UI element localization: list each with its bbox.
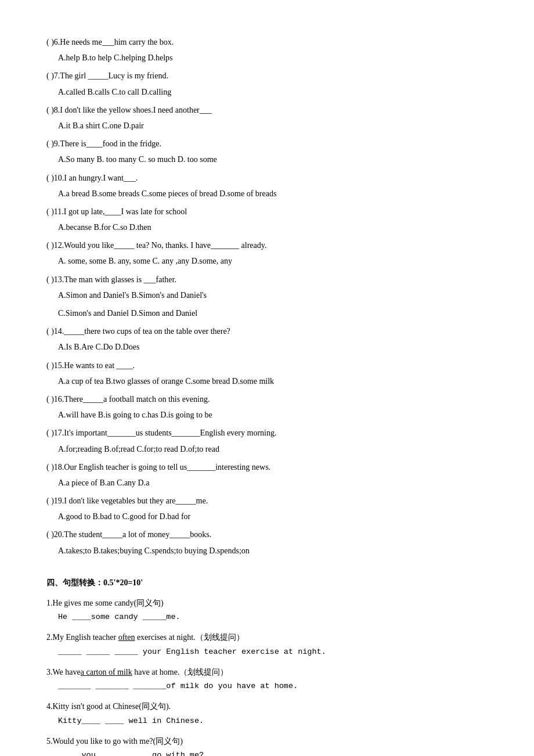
question-17: ( )17.It's important_______us students__… xyxy=(46,426,488,456)
question-15: ( )15.He wants to eat ____. A.a cup of t… xyxy=(46,358,488,388)
section4-header: 四、句型转换：0.5'*20=10' xyxy=(46,575,488,590)
q20-answers: A.takes;to B.takes;buying C.spends;to bu… xyxy=(58,543,488,558)
q8-text: ( )8.I don't like the yellow shoes.I nee… xyxy=(46,103,488,117)
transform-q2: 2.My English teacher often exercises at … xyxy=(46,630,488,658)
t3-question: 3.We havea carton of milk have at home.（… xyxy=(46,665,488,679)
q18-answers: A.a piece of B.an C.any D.a xyxy=(58,476,488,490)
t4-answer: Kitty____ ____ well in Chinese. xyxy=(58,714,488,728)
q6-answers: A.help B.to help C.helping D.helps xyxy=(58,51,488,65)
t5-question: 5.Would you like to go with me?(同义句) xyxy=(46,734,488,748)
questions-section: ( )6.He needs me___him carry the box. A.… xyxy=(46,35,488,558)
q13-answers-2: C.Simon's and Daniel D.Simon and Daniel xyxy=(58,306,488,321)
q16-answers: A.will have B.is going to c.has D.is goi… xyxy=(58,408,488,422)
question-14: ( )14._____there two cups of tea on the … xyxy=(46,324,488,354)
q13-answers-1: A.Simon and Daniel's B.Simon's and Danie… xyxy=(58,288,488,303)
t1-question: 1.He gives me some candy(同义句) xyxy=(46,596,488,610)
section4: 四、句型转换：0.5'*20=10' 1.He gives me some ca… xyxy=(46,575,488,756)
transform-q1: 1.He gives me some candy(同义句) He ____som… xyxy=(46,596,488,624)
question-11: ( )11.I got up late,____I was late for s… xyxy=(46,204,488,235)
question-8: ( )8.I don't like the yellow shoes.I nee… xyxy=(46,103,488,133)
question-7: ( )7.The girl _____Lucy is my friend. A.… xyxy=(46,69,488,99)
q10-answers: A.a bread B.some breads C.some pieces of… xyxy=(58,186,488,201)
q18-text: ( )18.Our English teacher is going to te… xyxy=(46,460,488,474)
question-6: ( )6.He needs me___him carry the box. A.… xyxy=(46,35,488,65)
transform-q4: 4.Kitty isn't good at Chinese(同义句). Kitt… xyxy=(46,699,488,728)
q11-answers: A.becanse B.for C.so D.then xyxy=(58,220,488,235)
q9-answers: A.So many B. too many C. so much D. too … xyxy=(58,152,488,167)
transform-q5: 5.Would you like to go with me?(同义句) ___… xyxy=(46,734,488,756)
q17-text: ( )17.It's important_______us students__… xyxy=(46,426,488,440)
t1-answer: He ____some candy _____me. xyxy=(58,610,488,624)
q15-answers: A.a cup of tea B.two glasses of orange C… xyxy=(58,374,488,388)
q16-text: ( )16.There_____a football match on this… xyxy=(46,392,488,406)
q7-answers: A.called B.calls C.to call D.calling xyxy=(58,85,488,99)
t4-question: 4.Kitty isn't good at Chinese(同义句). xyxy=(46,699,488,714)
q6-text: ( )6.He needs me___him carry the box. xyxy=(46,35,488,49)
q8-answers: A.it B.a shirt C.one D.pair xyxy=(58,118,488,133)
t2-underline: often xyxy=(118,633,135,642)
q13-text: ( )13.The man with glasses is ___father. xyxy=(46,272,488,287)
question-16: ( )16.There_____a football match on this… xyxy=(46,392,488,422)
q14-answers: A.Is B.Are C.Do D.Does xyxy=(58,340,488,354)
q20-text: ( )20.The student_____a lot of money____… xyxy=(46,527,488,542)
question-18: ( )18.Our English teacher is going to te… xyxy=(46,460,488,490)
t2-question: 2.My English teacher often exercises at … xyxy=(46,630,488,645)
question-9: ( )9.There is____food in the fridge. A.S… xyxy=(46,136,488,167)
q10-text: ( )10.I an hungry.I want___. xyxy=(46,171,488,185)
question-12: ( )12.Would you like_____ tea? No, thank… xyxy=(46,238,488,268)
q15-text: ( )15.He wants to eat ____. xyxy=(46,358,488,373)
t5-answer: _____you _____ _____go with me? xyxy=(58,748,488,756)
q12-text: ( )12.Would you like_____ tea? No, thank… xyxy=(46,238,488,253)
t3-answer: _______ _______ _______of milk do you ha… xyxy=(58,679,488,693)
q19-answers: A.good to B.bad to C.good for D.bad for xyxy=(58,509,488,524)
q12-answers: A. some, some B. any, some C. any ,any D… xyxy=(58,254,488,268)
q17-answers: A.for;reading B.of;read C.for;to read D.… xyxy=(58,442,488,456)
question-20: ( )20.The student_____a lot of money____… xyxy=(46,527,488,557)
t2-answer: _____ _____ _____ your English teacher e… xyxy=(58,645,488,659)
transform-q3: 3.We havea carton of milk have at home.（… xyxy=(46,665,488,693)
q7-text: ( )7.The girl _____Lucy is my friend. xyxy=(46,69,488,83)
question-13: ( )13.The man with glasses is ___father.… xyxy=(46,272,488,321)
q14-text: ( )14._____there two cups of tea on the … xyxy=(46,324,488,339)
q11-text: ( )11.I got up late,____I was late for s… xyxy=(46,204,488,219)
question-10: ( )10.I an hungry.I want___. A.a bread B… xyxy=(46,171,488,201)
t3-underline: a carton of milk xyxy=(81,668,132,676)
q9-text: ( )9.There is____food in the fridge. xyxy=(46,136,488,151)
question-19: ( )19.I don't like vegetables but they a… xyxy=(46,494,488,524)
q19-text: ( )19.I don't like vegetables but they a… xyxy=(46,494,488,508)
